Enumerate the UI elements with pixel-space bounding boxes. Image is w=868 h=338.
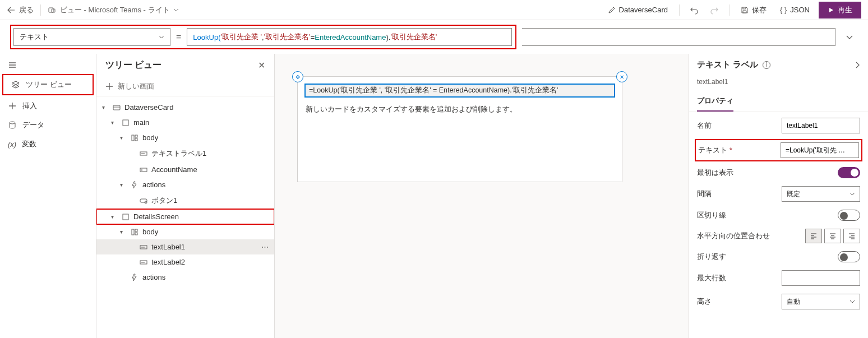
leftrail-tree-label: ツリー ビュー: [26, 80, 72, 90]
tree-node-label: actions: [142, 180, 165, 189]
svg-rect-5: [123, 120, 128, 126]
props-title: テキスト ラベル: [697, 59, 758, 70]
back-label: 戻る: [19, 5, 34, 15]
json-button[interactable]: { } JSON: [775, 3, 814, 16]
plus-icon: [8, 101, 17, 110]
plus-icon: [105, 82, 113, 90]
close-handle[interactable]: ✕: [616, 71, 627, 82]
chevron-down-icon: [159, 34, 164, 40]
top-bar: 戻る ビュー - Microsoft Teams - ライト Dataverse…: [0, 0, 868, 20]
save-icon: [741, 6, 749, 14]
teams-icon: [48, 6, 57, 15]
maxlines-input[interactable]: [782, 270, 860, 286]
chevron-down-icon: [849, 299, 855, 304]
view-title-label: ビュー - Microsoft Teams - ライト: [60, 5, 170, 15]
svg-rect-13: [140, 199, 147, 202]
more-button[interactable]: ⋯: [261, 243, 269, 251]
svg-point-2: [10, 122, 15, 124]
actions-icon: [130, 274, 139, 281]
save-label: 保存: [752, 5, 767, 15]
tree-node-textlabel2[interactable]: textLabel2: [96, 254, 274, 270]
divider-toggle[interactable]: [838, 210, 860, 221]
move-handle[interactable]: ✥: [292, 71, 303, 82]
chevron-down-icon: ▾: [111, 214, 118, 220]
tree-node-textlabel1b[interactable]: textLabel1 ⋯: [96, 239, 274, 254]
save-button[interactable]: 保存: [736, 3, 771, 17]
formula-expand-button[interactable]: [841, 34, 858, 40]
prop-row-visible: 最初は表示: [697, 167, 860, 178]
tree-node-label: DetailsScreen: [133, 212, 179, 221]
tree-node-body[interactable]: ▾ body: [96, 130, 274, 145]
prop-label: 区切り線: [697, 210, 726, 220]
tree-node-actions2[interactable]: actions: [96, 270, 274, 285]
card-icon: [112, 104, 121, 112]
text-input[interactable]: [781, 142, 859, 158]
align-right-button[interactable]: [843, 229, 860, 243]
prop-label: 最大行数: [697, 273, 726, 283]
tree-node-body2[interactable]: ▾ body: [96, 224, 274, 239]
dataverse-card-button[interactable]: DataverseCard: [603, 3, 672, 16]
tree-node-textlabel1[interactable]: テキストラベル1: [96, 145, 274, 162]
align-center-icon: [829, 232, 837, 240]
back-button[interactable]: 戻る: [7, 5, 34, 15]
tree-node-accountname[interactable]: AccountName: [96, 162, 274, 177]
align-left-icon: [810, 232, 818, 240]
prop-row-spacing: 間隔 既定: [697, 186, 860, 202]
actions-icon: [130, 181, 139, 189]
svg-rect-0: [49, 8, 53, 12]
align-center-button[interactable]: [824, 229, 841, 243]
height-select[interactable]: 自動: [782, 294, 860, 309]
props-rows: 名前 テキスト * 最初は表示 間隔 既定 区切り線: [689, 112, 868, 315]
tree-node-main[interactable]: ▾ main: [96, 115, 274, 130]
tree-node-detailsscreen[interactable]: ▾ DetailsScreen: [96, 209, 274, 224]
align-left-button[interactable]: [805, 229, 822, 243]
expand-button[interactable]: [855, 61, 860, 69]
view-title[interactable]: ビュー - Microsoft Teams - ライト: [48, 5, 179, 15]
close-button[interactable]: ✕: [258, 60, 265, 71]
property-selector[interactable]: テキスト: [13, 28, 170, 46]
selected-label-field[interactable]: =LookUp('取引先企業 ', '取引先企業名' = EnteredAcco…: [304, 84, 615, 98]
svg-rect-16: [132, 229, 134, 235]
leftrail-data[interactable]: データ: [0, 115, 96, 135]
props-header: テキスト ラベル i: [689, 54, 868, 76]
chevron-right-icon: [855, 61, 860, 69]
wrap-toggle[interactable]: [838, 251, 860, 262]
chevron-down-icon: ▾: [120, 135, 127, 141]
pencil-icon: [608, 6, 616, 14]
tree-node-label: textLabel2: [151, 258, 185, 266]
prop-row-height: 高さ 自動: [697, 294, 860, 309]
visible-toggle[interactable]: [838, 167, 860, 178]
undo-button[interactable]: [686, 3, 702, 17]
braces-icon: { }: [780, 6, 787, 14]
screen-icon: [121, 213, 130, 221]
formula-input-ext[interactable]: [522, 28, 835, 46]
tab-properties[interactable]: プロパティ: [697, 91, 733, 112]
hamburger-button[interactable]: [0, 57, 96, 73]
tree-node-label: DataverseCard: [124, 103, 173, 112]
tree: ▾ DataverseCard ▾ main ▾ body テキストラベル1: [96, 96, 274, 288]
props-tabs: プロパティ: [689, 91, 868, 112]
svg-rect-18: [135, 233, 137, 235]
leftrail-variables[interactable]: (x) 変数: [0, 135, 96, 154]
leftrail-insert[interactable]: 挿入: [0, 96, 96, 115]
tree-node-actions[interactable]: ▾ actions: [96, 177, 274, 192]
formula-input[interactable]: LookUp('取引先企業 ', '取引先企業名' = EnteredAccou…: [187, 28, 512, 46]
tree-node-dataversecard[interactable]: ▾ DataverseCard: [96, 100, 274, 115]
property-label: テキスト: [20, 32, 49, 42]
canvas[interactable]: ✥ ✕ =LookUp('取引先企業 ', '取引先企業名' = Entered…: [275, 54, 689, 338]
properties-panel: テキスト ラベル i textLabel1 プロパティ 名前 テキスト * 最初…: [689, 54, 868, 338]
main-area: ツリー ビュー 挿入 データ (x) 変数 ツリー ビュー ✕ 新しい画面 ▾: [0, 54, 868, 338]
new-screen-button[interactable]: 新しい画面: [96, 77, 274, 96]
play-button[interactable]: 再生: [819, 2, 861, 18]
card-preview[interactable]: ✥ ✕ =LookUp('取引先企業 ', '取引先企業名' = Entered…: [297, 76, 622, 182]
prop-row-halign: 水平方向の位置合わせ: [697, 229, 860, 243]
tree-node-button1[interactable]: ボタン1: [96, 192, 274, 209]
info-icon[interactable]: i: [763, 61, 770, 69]
prop-row-maxlines: 最大行数: [697, 270, 860, 286]
divider: [679, 4, 680, 16]
tree-node-label: body: [142, 133, 158, 142]
name-input[interactable]: [782, 118, 860, 133]
dataverse-label: DataverseCard: [619, 6, 668, 14]
spacing-select[interactable]: 既定: [782, 186, 860, 202]
leftrail-tree-view[interactable]: ツリー ビュー: [2, 74, 94, 95]
